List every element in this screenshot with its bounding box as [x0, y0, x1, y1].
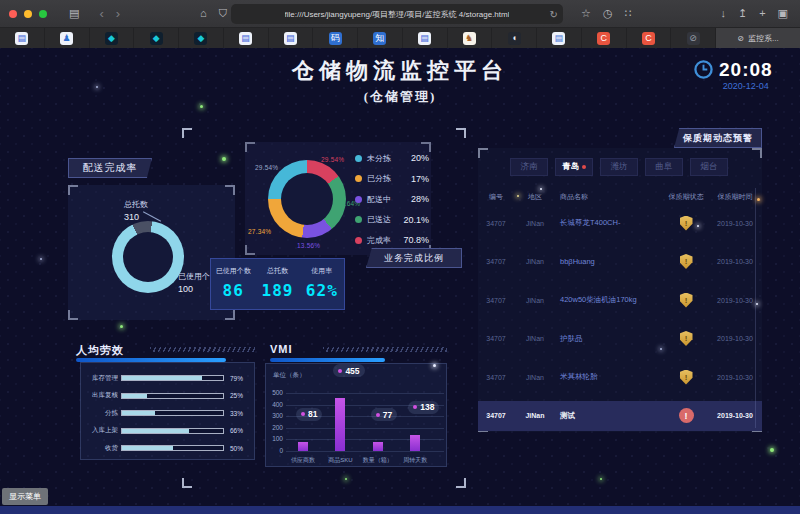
donut-callout: 27.34%: [248, 228, 271, 235]
vmi-bar[interactable]: [335, 398, 345, 451]
vmi-category-label: 周转天数: [393, 456, 437, 465]
history-clock-icon[interactable]: ◷: [597, 5, 619, 22]
labor-section-title: 人均劳效: [76, 343, 124, 358]
close-window-button[interactable]: [9, 10, 17, 18]
doc-favicon[interactable]: ▤: [537, 28, 582, 48]
diamond-favicon[interactable]: ◆: [134, 28, 179, 48]
vmi-bar[interactable]: [298, 442, 308, 451]
labor-chart-panel[interactable]: 库存管理79%出库复核25%分拣33%入库上架66%收货50%: [80, 362, 255, 460]
labor-category-label: 库存管理: [81, 374, 121, 383]
maximize-window-button[interactable]: [39, 10, 47, 18]
back-button[interactable]: ‹: [93, 4, 109, 23]
bookmark-star-icon[interactable]: ☆: [575, 5, 597, 22]
downloads-icon[interactable]: ↓: [714, 5, 732, 22]
minimize-window-button[interactable]: [24, 10, 32, 18]
city-tab-曲阜[interactable]: 曲阜: [645, 158, 683, 176]
warning-table-row[interactable]: 34707JiNan护肤品!2019-10-30: [478, 324, 762, 354]
vmi-bar[interactable]: [373, 442, 383, 451]
cell: JiNan: [514, 258, 556, 265]
warning-table-row[interactable]: 34707JiNan米其林轮胎!2019-10-30: [478, 362, 762, 392]
sorting-donut-chart[interactable]: [268, 160, 346, 238]
warning-panel: 济南青岛潍坊曲阜烟台 编号 地区 商品名称 保质期状态 保质期时间 34707J…: [478, 148, 762, 432]
home-icon[interactable]: ⌂: [194, 5, 213, 22]
warning-table-row[interactable]: 34707JiNan测试!2019-10-30: [478, 401, 762, 431]
chat-favicon[interactable]: ◖: [492, 28, 537, 48]
shelf-life-warning-button[interactable]: 保质期动态预警: [674, 128, 762, 148]
cell: 测试: [556, 411, 664, 421]
reload-icon[interactable]: ↻: [550, 9, 558, 20]
warning-table-row[interactable]: 34707JiNanbbβHuang!2019-10-30: [478, 247, 762, 277]
sidebar-icon[interactable]: ▤: [63, 5, 85, 22]
diamond-favicon[interactable]: ◆: [179, 28, 224, 48]
star-dot: [600, 478, 602, 480]
csdn-favicon[interactable]: C: [582, 28, 627, 48]
warning-table-row[interactable]: 34707JiNan420w50柴油机油170kg!2019-10-30: [478, 285, 762, 315]
profile-favicon[interactable]: ♟: [45, 28, 90, 48]
code-favicon[interactable]: 码: [313, 28, 358, 48]
legend-item[interactable]: 已分拣17%: [355, 169, 429, 190]
star-dot: [660, 348, 662, 350]
business-ratio-button[interactable]: 业务完成比例: [366, 248, 462, 268]
tab-groups-icon[interactable]: ∷: [618, 5, 637, 22]
cell: 长城尊龙T400CH-: [556, 218, 664, 228]
doc-favicon[interactable]: ▤: [403, 28, 448, 48]
delivery-rate-label: 配送完成率: [83, 161, 138, 175]
share-icon[interactable]: ↥: [732, 5, 753, 22]
zhihu-favicon-glyph: 知: [373, 32, 386, 45]
legend-item[interactable]: 未分拣20%: [355, 148, 429, 169]
legend-item[interactable]: 已送达20.1%: [355, 210, 429, 231]
privacy-shield-icon[interactable]: ⛉: [213, 5, 233, 22]
tab-overview-icon[interactable]: ▣: [772, 5, 794, 22]
cell: 2019-10-30: [708, 412, 762, 419]
vmi-value-bubble: 455: [333, 364, 364, 377]
page-subtitle: (仓储管理): [250, 88, 550, 106]
vmi-section-title: VMI: [270, 343, 293, 355]
vmi-value-bubble: 81: [296, 408, 322, 421]
legend-value: 20%: [411, 153, 429, 163]
city-tab-青岛[interactable]: 青岛: [555, 158, 593, 176]
star-dot: [757, 198, 760, 201]
labor-value-label: 33%: [230, 410, 243, 417]
labor-bar-row: 收货50%: [81, 442, 254, 454]
star-dot: [222, 157, 226, 161]
shield-icon: !: [680, 331, 693, 346]
vmi-gridline: [286, 393, 444, 394]
warning-table-row[interactable]: 34707JiNan长城尊龙T400CH-!2019-10-30: [478, 208, 762, 238]
camel-favicon[interactable]: ♞: [448, 28, 493, 48]
labor-category-label: 收货: [81, 444, 121, 453]
stat-rate: 使用率 62%: [300, 259, 344, 309]
forward-button[interactable]: ›: [110, 4, 126, 23]
address-bar[interactable]: file:///Users/jiangyupeng/项目整理/项目/监控系统 4…: [231, 4, 563, 24]
legend-item[interactable]: 配送中28%: [355, 189, 429, 210]
labor-hatch-decoration: [150, 347, 255, 352]
star-dot: [433, 364, 436, 367]
vmi-ytick: 0: [266, 447, 283, 454]
vmi-underline: [270, 358, 385, 362]
legend-item[interactable]: 完成率70.8%: [355, 230, 429, 251]
doc-favicon[interactable]: ▤: [269, 28, 314, 48]
zhihu-favicon[interactable]: 知: [358, 28, 403, 48]
csdn-favicon-glyph: C: [642, 32, 655, 45]
vmi-bar[interactable]: [410, 435, 420, 451]
show-menu-button[interactable]: 显示菜单: [2, 488, 48, 505]
csdn-favicon[interactable]: C: [627, 28, 672, 48]
city-tab-济南[interactable]: 济南: [510, 158, 548, 176]
city-tab-潍坊[interactable]: 潍坊: [600, 158, 638, 176]
city-tab-烟台[interactable]: 烟台: [690, 158, 728, 176]
blank-favicon[interactable]: ⊘: [671, 28, 716, 48]
delivery-donut-chart[interactable]: [112, 221, 184, 293]
labor-category-label: 入库上架: [81, 426, 121, 435]
delivery-rate-button[interactable]: 配送完成率: [68, 158, 152, 178]
labor-value-label: 25%: [230, 392, 243, 399]
vmi-chart-panel[interactable]: 单位（条） 010020030040050081供应商数455商品SKU77数量…: [265, 363, 447, 467]
new-tab-button[interactable]: +: [753, 5, 771, 22]
doc-favicon[interactable]: ▤: [224, 28, 269, 48]
doc-favicon[interactable]: ▤: [0, 28, 45, 48]
vmi-value-label: 138: [420, 402, 434, 412]
diamond-favicon[interactable]: ◆: [90, 28, 135, 48]
usage-stats-panel: 已使用个数 86 总托数 189 使用率 62%: [210, 258, 345, 310]
active-tab[interactable]: ⊘ 监控系...: [716, 28, 800, 48]
vmi-marker-dot: [301, 412, 305, 416]
clock-icon: [694, 60, 713, 79]
shield-icon: !: [680, 293, 693, 308]
